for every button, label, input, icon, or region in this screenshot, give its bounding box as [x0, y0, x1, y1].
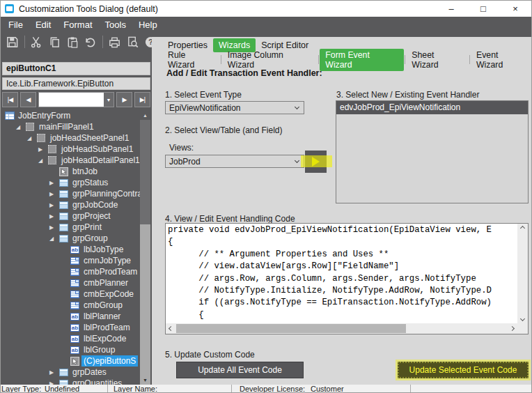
- tree-expander-icon[interactable]: ▶: [49, 191, 59, 197]
- tree-scrollbar[interactable]: ▲ ▼: [140, 110, 150, 385]
- views-dropdown[interactable]: JobProd: [165, 155, 304, 168]
- last-record-button[interactable]: ▶|: [134, 92, 150, 107]
- scroll-up-icon[interactable]: ▲: [140, 110, 150, 120]
- tree-expander-icon[interactable]: ◢: [49, 236, 59, 242]
- tree-item-grpstatus[interactable]: ▶grpStatus: [1, 177, 152, 188]
- tree-expander-icon[interactable]: ▶: [49, 202, 59, 208]
- label-icon: ab: [70, 313, 81, 321]
- tree-item-lblprodteam[interactable]: ablblProdTeam: [1, 322, 152, 333]
- tree-item-btnjob[interactable]: btnJob: [1, 166, 152, 177]
- tree-item-jobheadsubpanel1[interactable]: ▶jobHeadSubPanel1: [1, 144, 152, 155]
- first-record-button[interactable]: |◀: [2, 92, 18, 107]
- scroll-down-icon[interactable]: [520, 316, 525, 321]
- tree-item-label: jobHeadDetailPanel1: [59, 155, 142, 166]
- menu-help[interactable]: Help: [132, 18, 164, 31]
- menu-format[interactable]: Format: [57, 18, 98, 31]
- tree-item-grpplanningcontra[interactable]: ▶grpPlanningContra: [1, 188, 152, 199]
- close-button[interactable]: ×: [499, 1, 531, 17]
- event-type-value: EpiViewNotification: [169, 103, 241, 113]
- scroll-up-icon[interactable]: [520, 226, 525, 231]
- previous-record-button[interactable]: ◀: [20, 92, 36, 107]
- tree-item-mainfillpanel1[interactable]: ◢mainFillPanel1: [1, 121, 152, 132]
- selected-control-name: epiButtonC1: [2, 62, 150, 75]
- tree-item-grpprint[interactable]: ▶grpPrint: [1, 222, 152, 233]
- statusbar-separator: [107, 385, 108, 392]
- add-handler-button[interactable]: [305, 151, 327, 173]
- tree-item-label: cmbExpCode: [81, 288, 136, 300]
- tree-item-grpjobcode[interactable]: ▶grpJobCode: [1, 199, 152, 210]
- scroll-down-icon[interactable]: ▼: [140, 375, 150, 385]
- print-icon[interactable]: [106, 34, 124, 50]
- cut-icon[interactable]: [28, 34, 46, 50]
- paste-icon[interactable]: [63, 34, 81, 50]
- tree-item-cmbgroup[interactable]: cmbGroup: [1, 300, 152, 311]
- scroll-right-icon[interactable]: [510, 326, 515, 331]
- tree-item-lbljobtype[interactable]: ablblJobType: [1, 244, 152, 255]
- code-hscroll-thumb[interactable]: [176, 324, 406, 333]
- update-all-event-code-button[interactable]: Update All Event Code: [176, 362, 304, 378]
- tab-form-event-wizard[interactable]: Form Event Wizard: [320, 49, 404, 71]
- tree-item-label: lblExpCode: [81, 333, 128, 344]
- developer-license-value: Customer: [311, 385, 344, 393]
- copy-icon[interactable]: [45, 34, 63, 50]
- code-text[interactable]: private void edvJobProd_EpiViewNotificat…: [168, 224, 516, 323]
- tree-expander-icon[interactable]: ▶: [49, 180, 59, 186]
- tree-item-lblplanner[interactable]: ablblPlanner: [1, 311, 152, 322]
- tree-item-cmbplanner[interactable]: cmbPlanner: [1, 277, 152, 288]
- tree-scrollbar-track[interactable]: [140, 120, 150, 375]
- chevron-down-icon[interactable]: ▼: [104, 93, 114, 107]
- code-editor[interactable]: private void edvJobProd_EpiViewNotificat…: [165, 223, 529, 334]
- tree-item-grpdates[interactable]: ▶grpDates: [1, 367, 152, 378]
- tree-item-grpquantities[interactable]: ▶grpQuantities: [1, 378, 152, 385]
- menu-file[interactable]: File: [2, 18, 29, 31]
- event-handler-list[interactable]: edvJobProd_EpiViewNotification: [336, 100, 529, 203]
- tree-scrollbar-thumb[interactable]: [140, 224, 150, 375]
- chevron-down-icon: [295, 105, 299, 109]
- tree-expander-icon[interactable]: ▶: [38, 146, 48, 153]
- tree-item-lblexpcode[interactable]: ablblExpCode: [1, 333, 152, 344]
- tree-item-cmnjobtype[interactable]: cmnJobType: [1, 255, 152, 266]
- combo-icon: [70, 268, 81, 276]
- label-icon: ab: [70, 335, 81, 343]
- tree-item-jobentryform[interactable]: JobEntryForm: [1, 110, 152, 121]
- tree-item-cmbexpcode[interactable]: cmbExpCode: [1, 288, 152, 300]
- code-line: private void edvJobProd_EpiViewNotificat…: [168, 224, 516, 236]
- event-handler-item[interactable]: edvJobProd_EpiViewNotification: [336, 101, 528, 114]
- tree-expander-icon[interactable]: ◢: [16, 124, 26, 130]
- code-horizontal-scrollbar[interactable]: [166, 323, 517, 334]
- next-record-button[interactable]: ▶: [116, 92, 132, 107]
- menu-tools[interactable]: Tools: [99, 18, 132, 31]
- group-icon: [59, 179, 70, 187]
- tree-item-jobheaddetailpanel1[interactable]: ◢jobHeadDetailPanel1: [1, 155, 152, 166]
- tree-expander-icon[interactable]: ▶: [49, 213, 59, 219]
- menu-edit[interactable]: Edit: [29, 18, 57, 31]
- event-type-dropdown[interactable]: EpiViewNotification: [165, 101, 304, 114]
- save-icon[interactable]: [3, 34, 22, 50]
- tree-item-cmbprodteam[interactable]: cmbProdTeam: [1, 266, 152, 277]
- statusbar-separator: [410, 385, 411, 392]
- tree-expander-icon[interactable]: ▶: [49, 369, 59, 376]
- tree-expander-icon[interactable]: ◢: [38, 157, 48, 164]
- tab-image-column-wizard[interactable]: Image Column Wizard: [222, 49, 318, 71]
- tree-item-lblgroup[interactable]: ablblGroup: [1, 344, 152, 355]
- code-vertical-scrollbar[interactable]: [517, 224, 528, 323]
- maximize-button[interactable]: □: [467, 1, 499, 17]
- update-selected-event-code-button[interactable]: Update Selected Event Code: [398, 362, 529, 378]
- tab-sheet-wizard[interactable]: Sheet Wizard: [406, 49, 469, 71]
- combo-icon: [70, 302, 81, 309]
- tree-item-label: grpJobCode: [70, 199, 120, 210]
- scroll-left-icon[interactable]: [169, 326, 173, 331]
- minimize-button[interactable]: –: [435, 1, 467, 17]
- tree-expander-icon[interactable]: ▶: [49, 224, 59, 231]
- tree-expander-icon[interactable]: ◢: [27, 135, 37, 141]
- tree-item-grpproject[interactable]: ▶grpProject: [1, 210, 152, 222]
- tree-item-grpgroup[interactable]: ◢grpGroup: [1, 233, 152, 244]
- tab-rule-wizard[interactable]: Rule Wizard: [162, 49, 220, 71]
- undo-icon[interactable]: [81, 34, 100, 50]
- tab-event-wizard[interactable]: Event Wizard: [471, 49, 532, 71]
- print-preview-icon[interactable]: [123, 34, 141, 50]
- tree-item-c-epibuttons[interactable]: (C)epiButtonS: [1, 355, 152, 367]
- tree-item-jobheadsheetpanel1[interactable]: ◢jobHeadSheetPanel1: [1, 132, 152, 144]
- label-icon: ab: [70, 346, 81, 354]
- record-combo[interactable]: ▼: [38, 92, 114, 107]
